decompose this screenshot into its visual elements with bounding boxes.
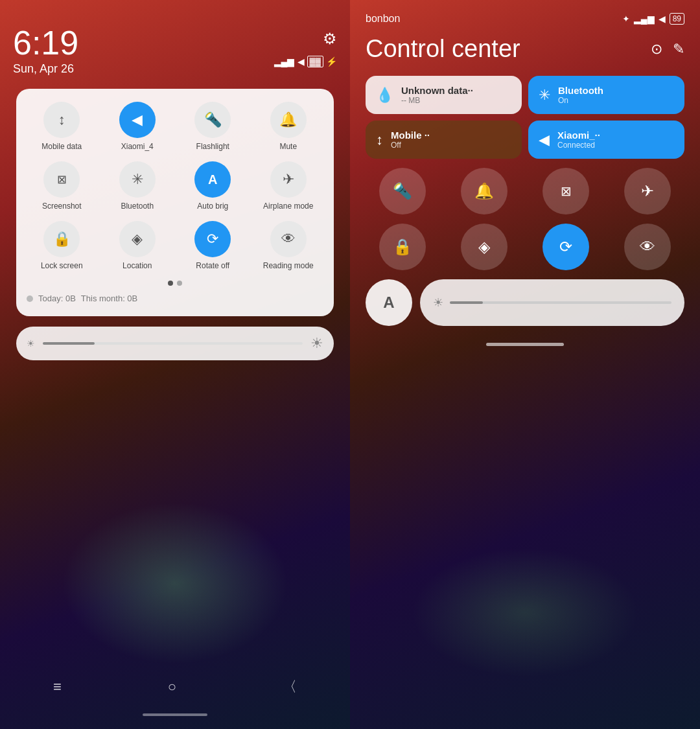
bluetooth-icon-btn[interactable]: ✳ [119, 161, 156, 198]
brightness-icon-right: ☀ [433, 295, 443, 310]
screenshot-btn-right[interactable]: ⊠ [542, 168, 589, 214]
rotate-btn-right[interactable]: ⟳ [542, 224, 589, 270]
left-top-right: ⚙ ▂▄▆ ◀ ▓▓ ⚡ [274, 26, 337, 67]
signal-bars-icon: ▂▄▆ [274, 56, 295, 67]
network-cards: 💧 Unknown data·· -- MB ✳ Bluetooth On ↕ … [366, 76, 684, 159]
data-card-sub: -- MB [401, 96, 473, 105]
left-panel: 6:19 Sun, Apr 26 ⚙ ▂▄▆ ◀ ▓▓ ⚡ ↕ Mobile d… [0, 0, 350, 729]
screenshot-label: Screenshot [42, 202, 82, 211]
brightness-bar-right[interactable]: ☀ [420, 279, 684, 326]
flashlight-label: Flashlight [196, 142, 229, 151]
left-header: 6:19 Sun, Apr 26 ⚙ ▂▄▆ ◀ ▓▓ ⚡ [13, 26, 337, 76]
brightness-max-icon: ☀ [310, 335, 323, 352]
mute-label: Mute [279, 142, 297, 151]
right-status-icons: ✦ ▂▄▆ ◀ 89 [622, 13, 684, 25]
mute-icon-btn[interactable]: 🔔 [270, 102, 307, 138]
edit-icon[interactable]: ✎ [673, 41, 684, 58]
auto-bright-btn-right[interactable]: A [366, 279, 412, 326]
autobright-icon-btn[interactable]: A [194, 161, 231, 198]
right-title-row: Control center ⊙ ✎ [366, 35, 684, 63]
bluetooth-status-icon: ✦ [622, 14, 630, 24]
airplane-icon-btn[interactable]: ✈ [270, 161, 307, 198]
wifi-label: Xiaomi_4 [121, 142, 154, 151]
flashlight-icon-btn[interactable]: 🔦 [194, 102, 231, 138]
location-icon-btn[interactable]: ◈ [119, 221, 156, 257]
airplane-label: Airplane mode [263, 202, 313, 211]
location-btn-right[interactable]: ◈ [461, 224, 508, 270]
wifi-card-title: Xiaomi_·· [557, 130, 600, 141]
wifi-card-icon: ◀ [539, 132, 550, 148]
reading-icon-btn[interactable]: 👁 [270, 221, 307, 257]
rotate-icon-btn[interactable]: ⟳ [194, 221, 231, 257]
qs-item-airplane[interactable]: ✈ Airplane mode [253, 161, 324, 211]
signal-bar: ▂▄▆ ◀ ▓▓ ⚡ [274, 56, 337, 67]
nav-home-icon[interactable]: ○ [168, 678, 176, 695]
bluetooth-card-sub: On [558, 96, 603, 105]
quick-settings-card: ↕ Mobile data ◀ Xiaomi_4 🔦 Flashlight 🔔 … [16, 89, 334, 316]
qs-item-autobright[interactable]: A Auto brig [178, 161, 248, 211]
lockscreen-label: Lock screen [41, 261, 83, 270]
wifi-icon-btn[interactable]: ◀ [119, 102, 156, 138]
dot-1 [168, 281, 173, 286]
data-usage-row: Today: 0B This month: 0B [27, 294, 323, 303]
qs-grid: ↕ Mobile data ◀ Xiaomi_4 🔦 Flashlight 🔔 … [27, 102, 323, 270]
wifi-card-text: Xiaomi_·· Connected [557, 130, 600, 150]
brightness-bar-left[interactable]: ☀ ☀ [16, 327, 334, 360]
screenshot-icon-btn[interactable]: ⊠ [43, 161, 80, 198]
icon-row-1: 🔦 🔔 ⊠ ✈ [366, 168, 684, 214]
charging-icon: ⚡ [326, 56, 337, 67]
reading-label: Reading mode [263, 261, 314, 270]
lockscreen-icon-btn[interactable]: 🔒 [43, 221, 80, 257]
signal-status-icon: ▂▄▆ [634, 14, 655, 24]
month-data-label: This month: 0B [81, 294, 137, 303]
right-title-action-icons: ⊙ ✎ [651, 41, 684, 58]
airplane-btn-right[interactable]: ✈ [624, 168, 671, 214]
settings-icon[interactable]: ⊙ [651, 41, 662, 58]
mobile-card-text: Mobile ·· Off [391, 130, 430, 150]
bottom-nav: ≡ ○ 〈 [0, 677, 350, 697]
wifi-status-icon: ◀ [659, 14, 666, 24]
reading-btn-right[interactable]: 👁 [624, 224, 671, 270]
brightness-track[interactable] [43, 342, 303, 345]
qs-item-bluetooth[interactable]: ✳ Bluetooth [102, 161, 173, 211]
carrier-name: bonbon [366, 13, 400, 25]
rotate-label: Rotate off [196, 261, 229, 270]
mobile-card-sub: Off [391, 141, 430, 150]
net-card-bluetooth[interactable]: ✳ Bluetooth On [528, 76, 684, 114]
gear-icon[interactable]: ⚙ [323, 30, 337, 48]
qs-item-location[interactable]: ◈ Location [102, 221, 173, 270]
net-card-data[interactable]: 💧 Unknown data·· -- MB [366, 76, 522, 114]
flashlight-btn-right[interactable]: 🔦 [379, 168, 426, 214]
lockscreen-btn-right[interactable]: 🔒 [379, 224, 426, 270]
mobile-card-title: Mobile ·· [391, 130, 430, 141]
qs-item-reading[interactable]: 👁 Reading mode [253, 221, 324, 270]
nav-menu-icon[interactable]: ≡ [53, 678, 62, 695]
home-indicator-right [486, 343, 564, 346]
nav-back-icon[interactable]: 〈 [283, 677, 297, 697]
mobile-data-label: Mobile data [41, 142, 82, 151]
brightness-min-icon: ☀ [27, 338, 35, 349]
qs-item-mute[interactable]: 🔔 Mute [253, 102, 324, 151]
qs-item-rotate[interactable]: ⟳ Rotate off [178, 221, 248, 270]
data-card-icon: 💧 [376, 87, 393, 104]
brightness-track-right[interactable] [450, 301, 671, 304]
qs-item-mobile-data[interactable]: ↕ Mobile data [27, 102, 97, 151]
net-card-wifi[interactable]: ◀ Xiaomi_·· Connected [528, 121, 684, 159]
mute-btn-right[interactable]: 🔔 [461, 168, 508, 214]
bluetooth-card-text: Bluetooth On [558, 85, 603, 105]
bottom-handle-left [143, 713, 207, 716]
qs-item-flashlight[interactable]: 🔦 Flashlight [178, 102, 248, 151]
qs-item-screenshot[interactable]: ⊠ Screenshot [27, 161, 97, 211]
wifi-card-sub: Connected [557, 141, 600, 150]
qs-item-wifi[interactable]: ◀ Xiaomi_4 [102, 102, 173, 151]
today-data-label: Today: 0B [38, 294, 76, 303]
icon-row-2: 🔒 ◈ ⟳ 👁 [366, 224, 684, 270]
net-card-mobile[interactable]: ↕ Mobile ·· Off [366, 121, 522, 159]
mobile-data-icon[interactable]: ↕ [43, 102, 80, 138]
autobright-label: Auto brig [197, 202, 228, 211]
qs-item-lockscreen[interactable]: 🔒 Lock screen [27, 221, 97, 270]
data-card-title: Unknown data·· [401, 85, 473, 96]
battery-status: 89 [670, 13, 684, 25]
clock-date: Sun, Apr 26 [13, 62, 78, 76]
left-time-date: 6:19 Sun, Apr 26 [13, 26, 78, 76]
